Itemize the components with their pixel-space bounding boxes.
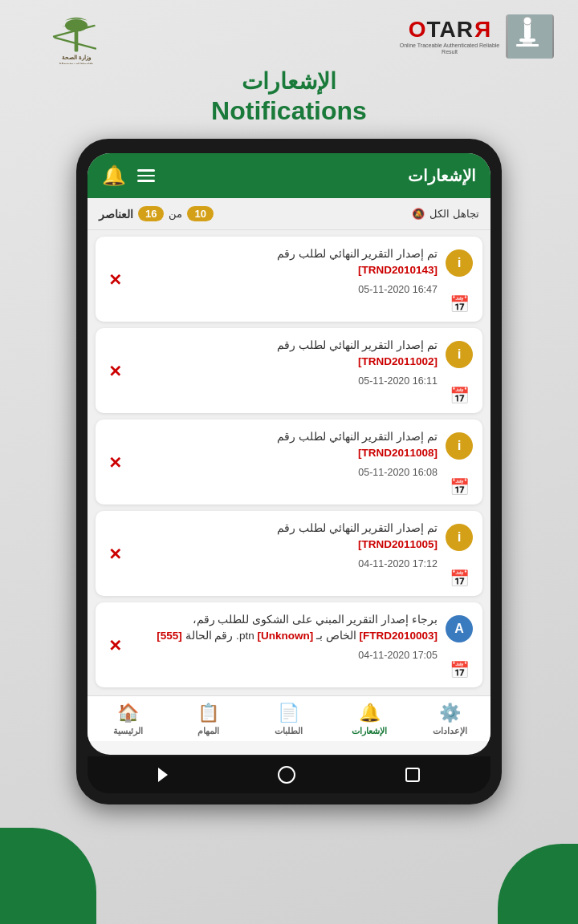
page-title-ar: الإشعارات	[0, 68, 578, 95]
card-ref-5a: [FTRD2010003]	[359, 630, 438, 642]
of-text: من	[169, 208, 182, 220]
notifications-list: i 📅 تم إصدار التقرير النهائي لطلب رقم [T…	[88, 230, 490, 695]
nav-label-tasks: المهام	[197, 726, 219, 736]
moh-logo: وزارة الصحة Ministry of Health	[24, 8, 128, 64]
info-button-4[interactable]: i	[446, 524, 473, 551]
app-header: 🔔 الإشعارات	[88, 153, 490, 198]
count-group: 10 من 16 العناصر	[99, 206, 214, 221]
tasks-icon: 📋	[197, 703, 219, 723]
card-ref-2: [TRND2011002]	[358, 355, 438, 367]
card-actions-3: i 📅	[446, 429, 473, 496]
avatar-button-5[interactable]: A	[446, 615, 473, 642]
otara-subtitle: Online Traceable Authenticated Reliable …	[397, 43, 502, 56]
close-button-4[interactable]: ✕	[105, 543, 125, 565]
card-body-1: تم إصدار التقرير النهائي لطلب رقم [TRND2…	[133, 246, 438, 295]
otara-image	[506, 14, 554, 59]
bottom-navigation: ⚙️ الإعدادات 🔔 الإشعارات 📄 الطلبات 📋 الم…	[88, 695, 490, 741]
nav-item-tasks[interactable]: 📋 المهام	[168, 703, 248, 736]
bell-icon[interactable]: 🔔	[102, 164, 126, 187]
card-date-2: 05-11-2020 16:11	[133, 375, 438, 387]
card-ref-5c: [555]	[157, 630, 182, 642]
card-message-3: تم إصدار التقرير النهائي لطلب رقم [TRND2…	[133, 429, 438, 462]
svg-point-8	[523, 17, 531, 25]
card-message-4: تم إصدار التقرير النهائي لطلب رقم [TRND2…	[133, 521, 438, 553]
header-logos: وزارة الصحة Ministry of Health OTARR Onl…	[0, 0, 578, 72]
count-total-badge: 16	[138, 206, 164, 221]
card-ref-1: [TRND2010143]	[358, 264, 438, 276]
card-body-4: تم إصدار التقرير النهائي لطلب رقم [TRND2…	[133, 521, 438, 569]
count-shown-badge: 10	[187, 206, 213, 221]
calendar-icon-5[interactable]: 📅	[450, 660, 470, 679]
ignore-all-label: تجاهل الكل	[429, 208, 479, 220]
page-title-en: Notifications	[0, 96, 578, 126]
otara-logo: OTARR Online Traceable Authenticated Rel…	[397, 14, 554, 59]
card-message-5: برجاء إصدار التقرير المبني على الشكوى لل…	[133, 612, 438, 645]
nav-label-requests: الطلبات	[275, 726, 303, 736]
card-message-1: تم إصدار التقرير النهائي لطلب رقم [TRND2…	[133, 246, 438, 279]
svg-text:Ministry of Health: Ministry of Health	[59, 62, 93, 64]
close-button-2[interactable]: ✕	[105, 360, 125, 383]
notifications-toolbar: 🔕 تجاهل الكل 10 من 16 العناصر	[88, 198, 490, 230]
nav-item-home[interactable]: 🏠 الرئيسية	[88, 703, 168, 736]
home-icon: 🏠	[117, 703, 139, 723]
notification-card-4: i 📅 تم إصدار التقرير النهائي لطلب رقم [T…	[96, 511, 482, 596]
recents-button[interactable]	[405, 768, 420, 782]
nav-item-settings[interactable]: ⚙️ الإعدادات	[410, 703, 490, 736]
menu-icon[interactable]	[137, 169, 155, 182]
svg-text:وزارة الصحة: وزارة الصحة	[62, 55, 92, 61]
svg-rect-11	[516, 44, 539, 47]
notifications-icon: 🔔	[359, 703, 381, 723]
svg-rect-9	[519, 38, 535, 42]
info-button-2[interactable]: i	[446, 341, 473, 368]
close-button-1[interactable]: ✕	[105, 269, 125, 291]
nav-label-settings: الإعدادات	[433, 726, 467, 736]
card-date-4: 04-11-2020 17:12	[133, 558, 438, 569]
calendar-icon-3[interactable]: 📅	[450, 477, 470, 496]
nav-item-notifications[interactable]: 🔔 الإشعارات	[329, 703, 409, 736]
notification-card-2: i 📅 تم إصدار التقرير النهائي لطلب رقم [T…	[96, 328, 482, 413]
settings-icon: ⚙️	[439, 703, 461, 723]
card-actions-2: i 📅	[446, 338, 473, 405]
card-date-1: 05-11-2020 16:47	[133, 284, 438, 295]
nav-label-home: الرئيسية	[113, 726, 143, 736]
svg-rect-10	[523, 42, 532, 44]
card-actions-4: i 📅	[446, 521, 473, 588]
phone-frame: 🔔 الإشعارات 🔕 تجاهل الكل 10 من	[76, 139, 502, 804]
back-button[interactable]	[158, 768, 168, 782]
card-ref-4: [TRND2011005]	[358, 538, 438, 550]
android-nav-bar	[88, 756, 490, 793]
app-header-title: الإشعارات	[408, 166, 476, 185]
card-ref-3: [TRND2011008]	[358, 447, 438, 459]
notification-card-5: A 📅 برجاء إصدار التقرير المبني على الشكو…	[96, 602, 482, 687]
ignore-icon: 🔕	[412, 208, 425, 220]
calendar-icon-4[interactable]: 📅	[450, 569, 470, 588]
card-actions-1: i 📅	[446, 246, 473, 314]
card-body-2: تم إصدار التقرير النهائي لطلب رقم [TRND2…	[133, 338, 438, 387]
card-body-3: تم إصدار التقرير النهائي لطلب رقم [TRND2…	[133, 429, 438, 478]
card-ref-5b: [Unknown]	[257, 630, 313, 642]
close-button-5[interactable]: ✕	[105, 634, 125, 657]
ignore-all-button[interactable]: 🔕 تجاهل الكل	[412, 208, 479, 220]
info-button-3[interactable]: i	[446, 432, 473, 460]
home-button[interactable]	[278, 766, 295, 784]
card-body-5: برجاء إصدار التقرير المبني على الشكوى لل…	[133, 612, 438, 661]
page-title-section: الإشعارات Notifications	[0, 68, 578, 126]
card-date-3: 05-11-2020 16:08	[133, 467, 438, 478]
header-action-icons: 🔔	[102, 164, 155, 187]
card-actions-5: A 📅	[446, 612, 473, 679]
phone-screen: 🔔 الإشعارات 🔕 تجاهل الكل 10 من	[88, 153, 490, 755]
elements-label: العناصر	[99, 208, 133, 221]
notification-card-1: i 📅 تم إصدار التقرير النهائي لطلب رقم [T…	[96, 237, 482, 322]
card-message-2: تم إصدار التقرير النهائي لطلب رقم [TRND2…	[133, 338, 438, 371]
calendar-icon-2[interactable]: 📅	[450, 386, 470, 405]
nav-item-requests[interactable]: 📄 الطلبات	[249, 703, 329, 736]
notification-card-3: i 📅 تم إصدار التقرير النهائي لطلب رقم [T…	[96, 419, 482, 505]
close-button-3[interactable]: ✕	[105, 452, 125, 474]
requests-icon: 📄	[278, 703, 299, 723]
info-button-1[interactable]: i	[446, 249, 473, 277]
calendar-icon-1[interactable]: 📅	[450, 294, 470, 314]
nav-label-notifications: الإشعارات	[352, 726, 387, 736]
card-date-5: 04-11-2020 17:05	[133, 650, 438, 661]
